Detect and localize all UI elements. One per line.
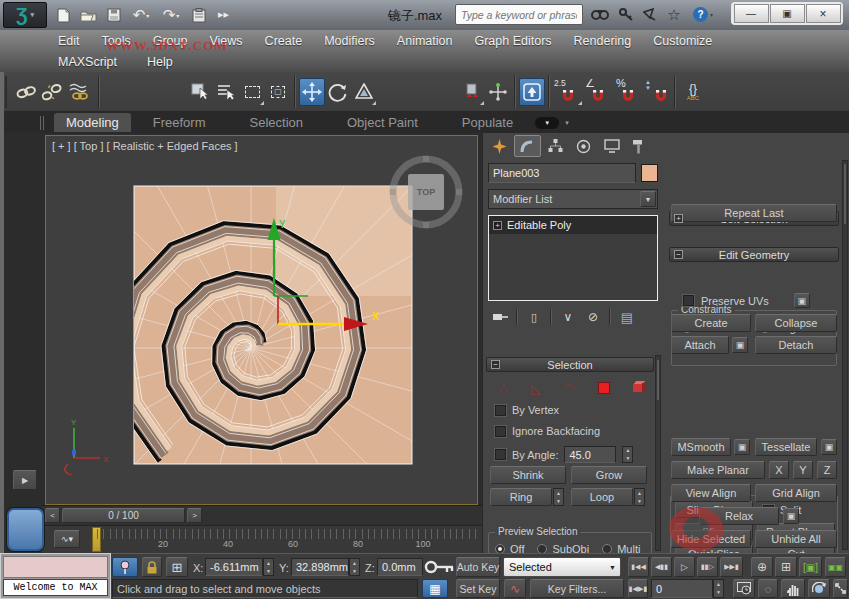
redo-button[interactable]: ↷▾ [157, 4, 185, 26]
panel-scrollbar-right[interactable] [842, 160, 848, 550]
undo-button[interactable]: ↶▾ [127, 4, 155, 26]
zoom-extents-all-button[interactable]: ▣▣ [825, 557, 846, 577]
zoom-all-button[interactable]: ⊞ [775, 557, 797, 577]
modifier-stack-list[interactable]: + Editable Poly [488, 215, 658, 301]
adaptive-degradation-toggle[interactable]: ▦ [422, 579, 448, 598]
viewport[interactable]: Y X TOP Y [45, 135, 478, 505]
show-end-result-button[interactable]: ▯ [522, 307, 546, 327]
open-file-button[interactable] [77, 4, 100, 26]
bind-to-space-warp-button[interactable] [65, 78, 95, 106]
set-key-button[interactable]: Set Key [456, 579, 500, 598]
grid-align-button[interactable]: Grid Align [755, 484, 837, 502]
keyboard-shortcut-override-button[interactable] [519, 78, 545, 106]
make-planar-y-button[interactable]: Y [793, 461, 813, 479]
menu-create[interactable]: Create [265, 34, 303, 48]
favorites-star-icon[interactable]: ☆ [664, 4, 684, 26]
z-coordinate-field[interactable]: 0.0mm [377, 558, 423, 576]
preserve-uvs-checkbox[interactable] [683, 295, 694, 306]
time-configuration-button[interactable] [733, 579, 755, 598]
search-input[interactable] [455, 4, 583, 25]
edge-subobject-button[interactable]: ◺ [530, 381, 540, 396]
unhide-all-button[interactable]: Unhide All [755, 530, 837, 548]
object-name-field[interactable]: Plane003 [488, 163, 636, 183]
y-coordinate-spinner[interactable]: ▲▼ [349, 558, 360, 576]
tab-selection[interactable]: Selection [228, 113, 325, 132]
tab-modeling[interactable]: Modeling [54, 113, 131, 132]
pan-view-button[interactable] [781, 579, 805, 598]
select-and-rotate-button[interactable] [325, 78, 351, 106]
loop-button[interactable]: Loop [571, 488, 633, 506]
default-in-out-tangents-button[interactable]: ∿ [504, 579, 526, 598]
edit-geometry-rollout-header[interactable]: − Edit Geometry [669, 247, 839, 262]
element-subobject-button[interactable] [633, 384, 642, 392]
previous-frame-slider-button[interactable]: < [45, 508, 60, 523]
tessellate-settings-button[interactable]: ▣ [821, 439, 837, 455]
key-filters-button[interactable]: Key Filters... [530, 579, 624, 598]
make-planar-button[interactable]: Make Planar [671, 461, 765, 479]
detach-button[interactable]: Detach [755, 336, 837, 354]
make-unique-button[interactable]: ∨ [556, 307, 580, 327]
y-coordinate-field[interactable]: 32.898mm [291, 558, 349, 576]
tab-modify[interactable] [514, 135, 541, 157]
edit-named-selection-sets-button[interactable]: {}ABC [679, 78, 707, 106]
absolute-offset-mode-toggle[interactable]: ⊞ [166, 557, 188, 577]
select-by-name-button[interactable] [213, 78, 239, 106]
menu-animation[interactable]: Animation [397, 34, 453, 48]
preserve-uvs-settings-button[interactable]: ▣ [794, 293, 810, 308]
selection-lock-toggle[interactable] [142, 557, 162, 577]
remove-modifier-button[interactable]: ⊘ [581, 307, 605, 327]
ring-spinner[interactable]: ▲▼ [553, 488, 564, 506]
expand-plus-icon[interactable]: + [493, 221, 502, 230]
hide-selected-button[interactable]: Hide Selected [671, 530, 751, 548]
tab-motion[interactable] [570, 135, 597, 157]
field-of-view-button[interactable]: ◌ [758, 579, 778, 598]
by-vertex-checkbox[interactable] [495, 405, 506, 416]
communication-center-icon[interactable] [640, 4, 660, 26]
menu-modifiers[interactable]: Modifiers [324, 34, 375, 48]
create-button[interactable]: Create [671, 314, 751, 332]
view-align-button[interactable]: View Align [671, 484, 751, 502]
by-angle-checkbox[interactable] [495, 449, 506, 460]
search-icon[interactable] [588, 4, 612, 26]
border-subobject-button[interactable]: ◠ [563, 381, 574, 396]
angle-snap-toggle-button[interactable]: ∠ [583, 78, 613, 106]
selection-rollout-header[interactable]: − Selection [486, 357, 654, 372]
configure-modifier-sets-button[interactable]: ▤ [615, 307, 639, 327]
tab-object-paint[interactable]: Object Paint [325, 113, 440, 132]
menu-maxscript[interactable]: MAXScript [58, 55, 117, 69]
set-keys-key-icon[interactable] [424, 560, 454, 575]
go-to-end-button[interactable]: ▶▶▮ [720, 557, 743, 577]
snap-toggle-2.5-button[interactable]: 2.5 [553, 78, 583, 106]
welcome-window[interactable]: Welcome to MAX [0, 553, 111, 599]
next-frame-slider-button[interactable]: > [187, 508, 202, 523]
viewport-label[interactable]: [ + ] [ Top ] [ Realistic + Edged Faces … [52, 140, 238, 152]
tessellate-button[interactable]: Tessellate [755, 438, 817, 456]
msmooth-button[interactable]: MSmooth [671, 438, 731, 456]
chevron-down-icon[interactable]: ▾ [565, 119, 569, 127]
help-button[interactable]: ?▾ [688, 4, 718, 26]
auto-key-button[interactable]: Auto Key [456, 557, 500, 577]
shrink-button[interactable]: Shrink [490, 466, 566, 484]
menu-edit[interactable]: Edit [58, 34, 80, 48]
repeat-last-button[interactable]: Repeat Last [671, 204, 837, 222]
make-planar-x-button[interactable]: X [769, 461, 789, 479]
select-and-manipulate-button[interactable] [485, 78, 511, 106]
ribbon-minimize-pill[interactable]: ▼ [535, 117, 559, 129]
menu-rendering[interactable]: Rendering [574, 34, 632, 48]
tab-display[interactable] [598, 135, 625, 157]
tab-utilities[interactable] [626, 135, 653, 157]
track-bar[interactable]: ∿▾ 0 20 40 60 80 100 [42, 525, 482, 553]
pin-stack-button[interactable] [488, 307, 512, 327]
percent-snap-toggle-button[interactable]: % [613, 78, 643, 106]
previous-frame-button[interactable]: ◀▮▮ [651, 557, 672, 577]
next-frame-button[interactable]: ▮▮▷ [697, 557, 718, 577]
by-angle-spinner[interactable]: ▲▼ [622, 446, 633, 463]
menu-customize[interactable]: Customize [653, 34, 712, 48]
tab-freeform[interactable]: Freeform [131, 113, 228, 132]
ignore-backfacing-checkbox[interactable] [495, 426, 506, 437]
save-file-button[interactable] [102, 4, 125, 26]
minimize-button[interactable]: — [734, 4, 769, 23]
relax-settings-button[interactable]: ▣ [783, 508, 799, 524]
key-mode-toggle[interactable]: ▮◀▶▮ [628, 579, 648, 598]
current-frame-field[interactable]: 0 [651, 579, 713, 598]
